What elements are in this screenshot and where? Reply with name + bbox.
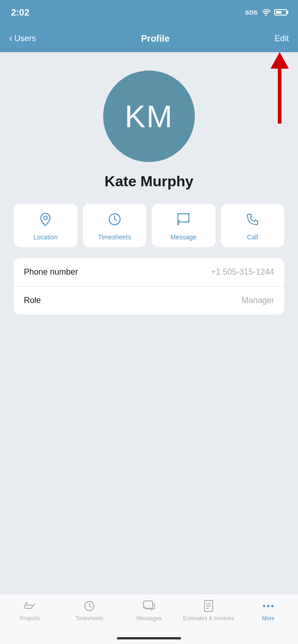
nav-bar: ‹ Users Profile Edit — [0, 25, 298, 52]
tab-timesheets[interactable]: Timesheets — [60, 600, 119, 622]
status-time: 2:02 — [11, 7, 29, 18]
tab-bar: Projects Timesheets Messages Estimates &… — [0, 594, 298, 644]
svg-point-12 — [271, 605, 274, 607]
tab-estimates[interactable]: Estimates & Invoices — [179, 600, 238, 622]
timesheets-label: Timesheets — [98, 233, 131, 241]
chevron-left-icon: ‹ — [9, 32, 12, 44]
location-icon — [38, 212, 53, 229]
role-label: Role — [24, 296, 41, 305]
edit-button[interactable]: Edit — [275, 34, 289, 43]
tab-more-label: More — [262, 615, 274, 622]
message-label: Message — [171, 233, 197, 241]
message-button[interactable]: Message — [152, 204, 215, 247]
phone-value: +1 505-315-1244 — [211, 267, 274, 277]
tab-messages-label: Messages — [137, 615, 162, 622]
avatar-initials: KM — [125, 98, 173, 134]
tab-messages[interactable]: Messages — [119, 600, 179, 622]
timesheets-button[interactable]: Timesheets — [83, 204, 147, 247]
info-card: Phone number +1 505-315-1244 Role Manage… — [14, 258, 284, 314]
more-tab-icon — [262, 600, 275, 612]
avatar-section: KM Kate Murphy — [9, 66, 289, 190]
invoice-tab-icon — [202, 600, 215, 612]
tab-timesheets-label: Timesheets — [75, 615, 104, 622]
back-button[interactable]: ‹ Users — [9, 32, 36, 44]
battery-icon — [274, 9, 287, 16]
call-icon — [245, 212, 260, 229]
user-name: Kate Murphy — [105, 173, 193, 190]
role-value: Manager — [242, 296, 274, 305]
main-content: KM Kate Murphy Location Timesheets — [0, 52, 298, 314]
role-row: Role Manager — [14, 286, 284, 314]
home-indicator — [117, 637, 181, 639]
location-button[interactable]: Location — [14, 204, 77, 247]
nav-title: Profile — [141, 33, 170, 44]
svg-point-10 — [263, 605, 265, 607]
tab-estimates-label: Estimates & Invoices — [183, 615, 234, 622]
timesheets-icon — [107, 212, 122, 229]
message-icon — [176, 212, 191, 229]
call-button[interactable]: Call — [221, 204, 285, 247]
tab-projects[interactable]: Projects — [0, 600, 60, 622]
back-label: Users — [14, 34, 36, 43]
call-label: Call — [247, 233, 258, 241]
action-row: Location Timesheets Message — [14, 204, 284, 247]
svg-point-0 — [44, 216, 47, 220]
phone-row: Phone number +1 505-315-1244 — [14, 258, 284, 286]
hammer-icon — [23, 600, 36, 612]
svg-rect-3 — [25, 605, 32, 608]
phone-label: Phone number — [24, 267, 78, 277]
avatar: KM — [103, 70, 195, 162]
status-icons: SOS — [245, 9, 287, 16]
tab-more[interactable]: More — [238, 600, 298, 622]
status-bar: 2:02 SOS — [0, 0, 298, 25]
wifi-icon — [261, 9, 270, 16]
location-label: Location — [33, 233, 58, 241]
sos-label: SOS — [245, 9, 258, 16]
messages-tab-icon — [143, 600, 155, 612]
svg-point-11 — [267, 605, 270, 607]
clock-tab-icon — [83, 600, 96, 612]
tab-projects-label: Projects — [20, 615, 39, 622]
